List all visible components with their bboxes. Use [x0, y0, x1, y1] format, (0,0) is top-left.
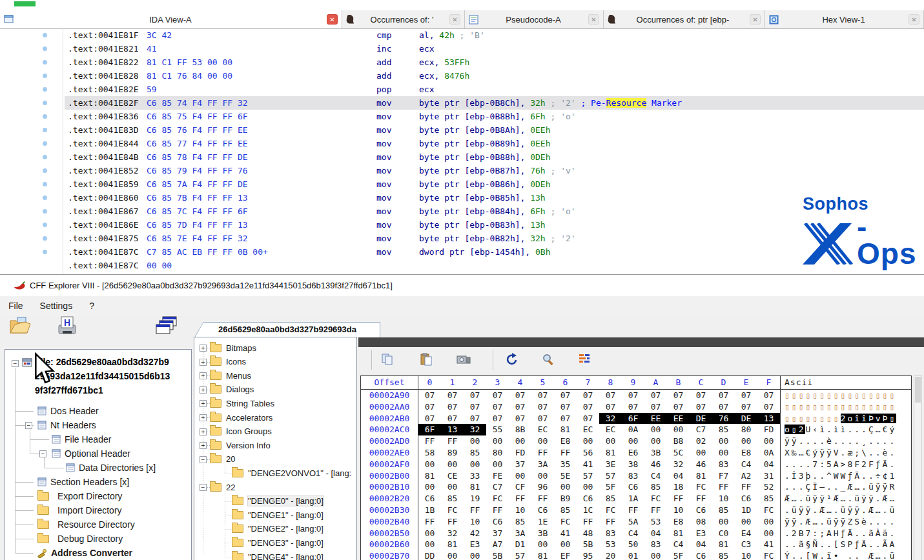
hex-byte[interactable]: 81 — [690, 470, 712, 482]
hex-byte[interactable]: 00 — [599, 435, 622, 447]
ida-line[interactable]: .text:0041E83DC6 85 76 F4 FF FF EEmovbyt… — [65, 123, 924, 137]
hex-byte[interactable]: 3E — [599, 459, 622, 470]
hex-byte[interactable]: FF — [554, 447, 577, 459]
hex-byte[interactable]: 85 — [509, 516, 531, 528]
hex-byte[interactable]: 07 — [599, 401, 622, 413]
hex-row-00002AF0[interactable]: 00002AF000000000373A35413E3846324683C404… — [361, 459, 911, 470]
hex-byte[interactable]: 07 — [464, 401, 486, 413]
hex-byte[interactable]: 00 — [418, 539, 441, 550]
hex-byte[interactable]: 07 — [667, 401, 690, 413]
tree-item-data-directories-x[interactable]: Data Directories [x] — [66, 461, 156, 475]
hex-byte[interactable]: 07 — [531, 401, 554, 413]
ida-line[interactable]: .text:0041E86EC6 85 7D F4 FF FF 13movbyt… — [65, 218, 924, 232]
hex-row-00002AE0[interactable]: 00002AE058898580FDFFFF5681E63B5C0000E80A… — [361, 447, 911, 459]
cascade-windows-button[interactable] — [155, 315, 178, 339]
hex-byte[interactable]: EC — [531, 424, 554, 435]
hex-byte[interactable]: 07 — [554, 401, 577, 413]
breakpoint-dot-icon[interactable] — [43, 74, 47, 78]
breakpoint-dot-icon[interactable] — [43, 114, 47, 119]
hex-byte[interactable]: 56 — [577, 447, 599, 459]
hex-byte[interactable]: EE — [644, 413, 667, 425]
hex-byte[interactable]: C4 — [667, 539, 690, 550]
hex-byte[interactable]: FF — [418, 435, 441, 447]
hex-byte[interactable]: 81 — [418, 470, 441, 482]
hex-byte[interactable]: DE — [690, 413, 712, 425]
hex-byte[interactable]: 00 — [757, 516, 780, 528]
hex-byte[interactable]: 5E — [554, 470, 577, 482]
hex-byte[interactable]: 6F — [622, 413, 644, 425]
copy-button[interactable] — [381, 353, 394, 368]
hex-byte[interactable]: E6 — [622, 447, 644, 459]
breakpoint-dot-icon[interactable] — [43, 223, 47, 227]
hex-byte[interactable]: FF — [712, 481, 735, 493]
hex-byte[interactable]: 00 — [441, 550, 464, 560]
breakpoint-dot-icon[interactable] — [43, 155, 47, 159]
hex-byte[interactable]: 00 — [418, 481, 441, 493]
hex-byte[interactable]: 5B — [577, 539, 599, 550]
refresh-button[interactable] — [506, 353, 519, 368]
hex-byte[interactable]: FF — [599, 516, 622, 528]
hex-byte[interactable]: 07 — [757, 401, 780, 413]
hex-byte[interactable]: E8 — [735, 447, 757, 459]
hex-byte[interactable]: 1E — [531, 516, 554, 528]
hex-byte[interactable]: 85 — [757, 493, 780, 505]
hex-byte[interactable]: 85 — [464, 447, 486, 459]
hex-byte[interactable]: 31 — [757, 470, 780, 482]
hex-byte[interactable]: 07 — [486, 390, 509, 401]
hex-byte[interactable]: 10 — [712, 493, 735, 505]
hex-byte[interactable]: 80 — [486, 447, 509, 459]
hex-byte[interactable]: 00 — [486, 459, 509, 470]
hex-byte[interactable]: 10 — [667, 505, 690, 516]
screenshot-button[interactable] — [457, 353, 471, 368]
tab-close-button[interactable]: ✕ — [449, 14, 460, 25]
ida-line[interactable]: .text:0041E875C6 85 7E F4 FF FF 32movbyt… — [65, 232, 924, 245]
resource-item-dialogs[interactable]: Dialogs — [210, 383, 254, 396]
tab-hex-view-1[interactable]: Hex View-1✕ — [765, 10, 924, 28]
open-file-button[interactable] — [9, 315, 32, 339]
ida-line[interactable]: .text:0041E844C6 85 77 F4 FF FF EEmovbyt… — [65, 137, 924, 150]
resource-item-icons[interactable]: Icons — [210, 355, 246, 368]
hex-byte[interactable]: EC — [577, 424, 599, 435]
hex-byte[interactable]: 1B — [418, 505, 441, 516]
hex-byte[interactable]: C6 — [486, 516, 509, 528]
hex-byte[interactable]: C6 — [418, 493, 441, 505]
hex-byte[interactable]: 02 — [690, 435, 712, 447]
hex-byte[interactable]: 07 — [464, 390, 486, 401]
hex-byte[interactable]: 95 — [577, 550, 599, 560]
hex-byte[interactable]: 0A — [622, 424, 644, 435]
breakpoint-dot-icon[interactable] — [43, 33, 47, 37]
hex-byte[interactable]: E3 — [690, 528, 712, 539]
hex-row-00002A90[interactable]: 00002A9007070707070707070707070707070707… — [361, 390, 911, 401]
hex-byte[interactable]: C6 — [690, 505, 712, 516]
hex-byte[interactable]: DD — [418, 550, 441, 560]
hex-byte[interactable]: 0A — [757, 447, 780, 459]
hex-byte[interactable]: CE — [441, 470, 464, 482]
resource-item-denge2vonvo1-lang[interactable]: "DENGE2VONVO1" - [lang: — [232, 466, 351, 479]
hex-byte[interactable]: 00 — [486, 435, 509, 447]
hex-byte[interactable]: 85 — [441, 493, 464, 505]
tab-close-button[interactable]: ✕ — [588, 14, 599, 25]
hex-row-00002B70[interactable]: 00002B70DD00005B5781EF952001005FC68510FC… — [361, 550, 911, 560]
hex-byte[interactable]: FF — [622, 505, 644, 516]
hex-byte[interactable]: C6 — [690, 550, 712, 560]
hex-byte[interactable]: 00 — [735, 435, 757, 447]
hex-byte[interactable]: 18 — [667, 481, 690, 493]
breakpoint-dot-icon[interactable] — [43, 101, 47, 105]
expand-box[interactable]: + — [200, 442, 207, 449]
hex-byte[interactable]: 07 — [735, 401, 757, 413]
hex-byte[interactable]: 46 — [644, 459, 667, 470]
hex-byte[interactable]: 00 — [418, 528, 441, 539]
hex-byte[interactable]: FF — [486, 505, 509, 516]
hex-byte[interactable]: 32 — [441, 528, 464, 539]
hex-byte[interactable]: 81 — [441, 539, 464, 550]
expand-box[interactable]: + — [200, 372, 207, 379]
hex-byte[interactable]: 85 — [554, 505, 577, 516]
hex-byte[interactable]: A2 — [735, 470, 757, 482]
hex-byte[interactable]: 1A — [622, 493, 644, 505]
tree-item-dos-header[interactable]: Dos Header — [37, 404, 99, 418]
hex-byte[interactable]: C6 — [735, 493, 757, 505]
hex-byte[interactable]: 07 — [667, 390, 690, 401]
resource-item-denge2-lang-0[interactable]: "DENGE2" - [lang:0] — [232, 523, 323, 535]
hex-byte[interactable]: 96 — [531, 481, 554, 493]
hex-byte[interactable]: FF — [418, 516, 441, 528]
